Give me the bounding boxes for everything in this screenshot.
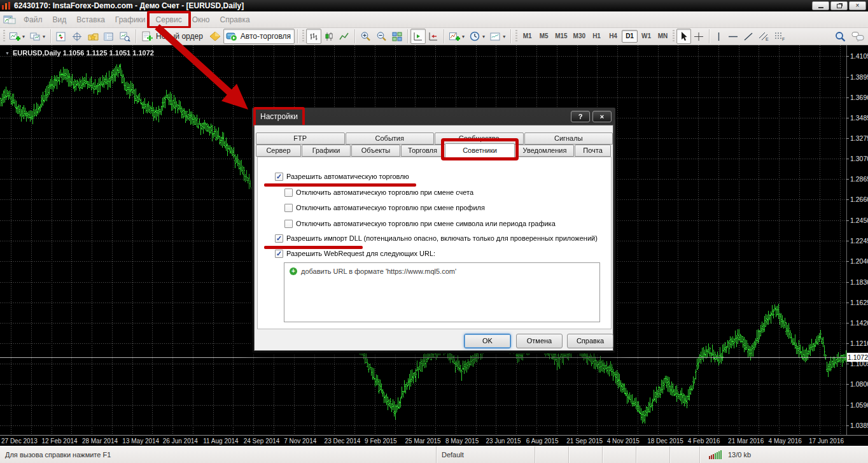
minimize-button[interactable]: [812, 1, 829, 10]
trendline-button[interactable]: [741, 29, 756, 44]
dialog-titlebar[interactable]: Настройки ? ×: [254, 108, 613, 125]
tab-5[interactable]: Уведомления: [515, 145, 574, 157]
templates-button[interactable]: ▾: [487, 29, 508, 44]
toolbar-separator: [709, 29, 710, 43]
new-order-button[interactable]: Новый ордер: [139, 29, 207, 44]
navigator-button[interactable]: [85, 29, 101, 44]
tile-windows-button[interactable]: [389, 29, 405, 44]
checkbox-unchecked[interactable]: [284, 204, 293, 212]
tab-сигналы[interactable]: Сигналы: [524, 132, 613, 145]
terminal-button[interactable]: [101, 29, 117, 44]
menu-item-3[interactable]: Графики: [110, 13, 151, 27]
market-watch-icon: [56, 32, 67, 41]
date-tick-label: 4 Nov 2015: [607, 438, 640, 445]
status-profile[interactable]: Default: [437, 446, 535, 463]
strategy-tester-button[interactable]: [117, 29, 133, 44]
tab-0[interactable]: Сервер: [256, 145, 301, 157]
timeframe-mn[interactable]: MN: [655, 30, 671, 43]
price-tick-label: 1.2040: [850, 257, 868, 265]
timeframe-m30[interactable]: M30: [571, 30, 588, 43]
indicators-button[interactable]: ▾: [447, 29, 467, 44]
dialog-title: Настройки: [258, 111, 300, 122]
restore-button[interactable]: [830, 1, 848, 10]
toolbar-grip[interactable]: [3, 30, 6, 43]
tab-6[interactable]: Почта: [575, 145, 611, 157]
date-tick-label: 4 Feb 2016: [688, 438, 720, 445]
add-url-row[interactable]: + добавить URL в формате 'https://www.mq…: [290, 267, 594, 275]
price-tick-label: 1.1210: [850, 339, 868, 347]
help-button[interactable]: Справка: [567, 334, 613, 348]
crosshair-button[interactable]: [691, 29, 706, 44]
market-watch-button[interactable]: [53, 29, 69, 44]
traffic-counter: 13/0 kb: [728, 451, 751, 459]
window-titlebar[interactable]: 62430170: InstaForex-Demo.com - Демо Сче…: [0, 0, 868, 11]
menu-item-5[interactable]: Окно: [187, 13, 215, 27]
timeframe-h4[interactable]: H4: [605, 30, 621, 43]
menu-item-6[interactable]: Справка: [215, 13, 255, 27]
tab-3[interactable]: Торговля: [401, 145, 444, 157]
profiles-button[interactable]: ▾: [27, 29, 48, 44]
menu-item-1[interactable]: Вид: [48, 13, 72, 27]
timeframe-m5[interactable]: M5: [536, 30, 552, 43]
restore-icon: [837, 4, 842, 8]
timeframe-w1[interactable]: W1: [638, 30, 654, 43]
ok-button[interactable]: OK: [464, 334, 511, 348]
checkbox-unchecked[interactable]: [284, 189, 293, 197]
cancel-button[interactable]: Отмена: [516, 334, 563, 348]
toolbar-grip[interactable]: [672, 30, 675, 43]
candlestick-chart-button[interactable]: [321, 29, 337, 44]
checkbox-row: Отключить автоматическую торговлю при см…: [284, 218, 556, 229]
zoom-out-button[interactable]: [374, 29, 389, 44]
auto-scroll-button[interactable]: [410, 29, 426, 44]
new-chart-button[interactable]: ▾: [7, 29, 27, 44]
timeframe-d1[interactable]: D1: [622, 30, 638, 43]
bar-chart-button[interactable]: [306, 29, 321, 44]
menu-item-2[interactable]: Вставка: [71, 13, 110, 27]
fibonacci-button[interactable]: F: [772, 29, 788, 44]
tab-sovetniki[interactable]: Советники: [445, 143, 515, 158]
close-icon: ×: [856, 3, 860, 9]
price-axis[interactable]: 1.41051.38951.36901.34851.32751.30701.28…: [846, 45, 868, 435]
tab-2[interactable]: Объекты: [351, 145, 400, 157]
toolbar-grip[interactable]: [515, 30, 518, 43]
find-symbol-button[interactable]: [832, 29, 849, 44]
autotrade-toggle[interactable]: Авто-торговля: [223, 29, 295, 44]
checkbox-checked[interactable]: ✓: [275, 234, 283, 243]
menu-item-0[interactable]: Файл: [18, 13, 48, 27]
chat-button[interactable]: [849, 29, 867, 44]
metaeditor-button[interactable]: [207, 29, 223, 44]
tab-ftp[interactable]: FTP: [256, 132, 345, 145]
autotrade-icon: [226, 31, 238, 41]
chart-shift-button[interactable]: [426, 29, 441, 44]
date-tick-label: 8 May 2015: [445, 438, 479, 445]
timeframe-m15[interactable]: M15: [552, 30, 570, 43]
checkbox-label: Отключить автоматическую торговлю при см…: [296, 204, 485, 211]
dialog-close-button[interactable]: ×: [592, 111, 612, 122]
zoom-in-button[interactable]: [358, 29, 374, 44]
vertical-line-button[interactable]: [712, 29, 725, 44]
webrequest-url-list[interactable]: + добавить URL в формате 'https://www.mq…: [284, 262, 600, 322]
toolbar-grip[interactable]: [302, 30, 305, 43]
timeframe-h1[interactable]: H1: [589, 30, 605, 43]
price-tick-label: 1.2865: [850, 175, 868, 183]
menu-item-4[interactable]: Сервис: [151, 13, 187, 27]
checkbox-checked[interactable]: ✓: [275, 250, 283, 258]
indicators-icon: [449, 32, 460, 41]
equidistant-channel-button[interactable]: E: [756, 29, 772, 44]
tab-события[interactable]: События: [346, 132, 435, 145]
line-chart-button[interactable]: [337, 29, 352, 44]
tab-1[interactable]: Графики: [302, 145, 351, 157]
checkbox-checked[interactable]: ✓: [275, 173, 283, 181]
timeframe-m1[interactable]: M1: [519, 30, 535, 43]
data-window-button[interactable]: [69, 29, 85, 44]
status-traffic: 13/0 kb: [700, 446, 868, 463]
dialog-help-button[interactable]: ?: [571, 111, 590, 122]
checkbox-label: Отключить автоматическую торговлю при см…: [296, 189, 473, 196]
horizontal-line-button[interactable]: [725, 29, 741, 44]
cursor-button[interactable]: [676, 29, 691, 44]
periods-button[interactable]: ▾: [467, 29, 487, 44]
checkbox-unchecked[interactable]: [284, 220, 293, 228]
date-tick-label: 21 Mar 2016: [728, 438, 764, 445]
close-button[interactable]: ×: [849, 1, 866, 10]
date-axis[interactable]: 27 Dec 201312 Feb 201428 Mar 201413 May …: [0, 435, 868, 446]
